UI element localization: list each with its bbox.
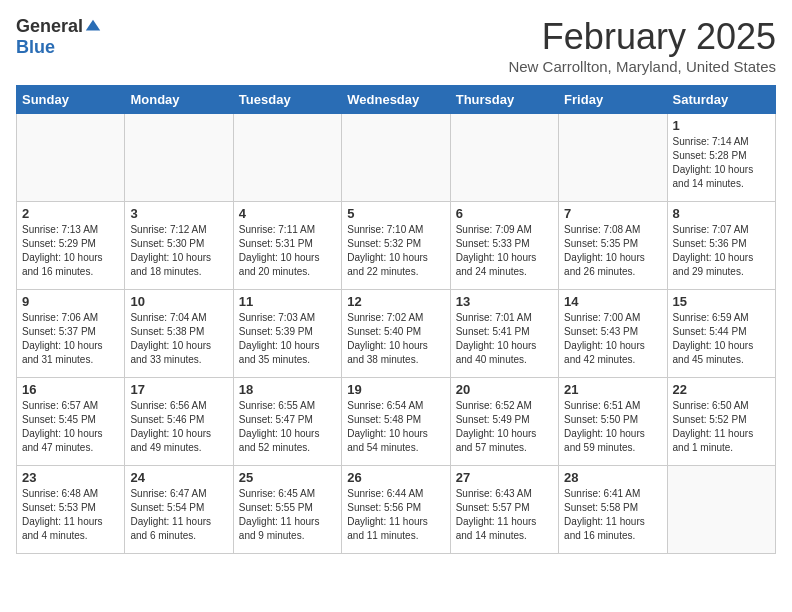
day-info: Sunrise: 7:13 AM Sunset: 5:29 PM Dayligh… — [22, 223, 119, 279]
day-number: 17 — [130, 382, 227, 397]
calendar-cell: 28Sunrise: 6:41 AM Sunset: 5:58 PM Dayli… — [559, 466, 667, 554]
calendar-cell — [125, 114, 233, 202]
calendar-cell: 22Sunrise: 6:50 AM Sunset: 5:52 PM Dayli… — [667, 378, 775, 466]
day-info: Sunrise: 7:03 AM Sunset: 5:39 PM Dayligh… — [239, 311, 336, 367]
calendar-week-row: 23Sunrise: 6:48 AM Sunset: 5:53 PM Dayli… — [17, 466, 776, 554]
calendar-cell: 4Sunrise: 7:11 AM Sunset: 5:31 PM Daylig… — [233, 202, 341, 290]
day-info: Sunrise: 6:54 AM Sunset: 5:48 PM Dayligh… — [347, 399, 444, 455]
calendar-table: SundayMondayTuesdayWednesdayThursdayFrid… — [16, 85, 776, 554]
day-info: Sunrise: 7:06 AM Sunset: 5:37 PM Dayligh… — [22, 311, 119, 367]
calendar-cell — [450, 114, 558, 202]
day-info: Sunrise: 6:57 AM Sunset: 5:45 PM Dayligh… — [22, 399, 119, 455]
day-info: Sunrise: 6:45 AM Sunset: 5:55 PM Dayligh… — [239, 487, 336, 543]
day-number: 27 — [456, 470, 553, 485]
day-info: Sunrise: 6:59 AM Sunset: 5:44 PM Dayligh… — [673, 311, 770, 367]
day-info: Sunrise: 6:47 AM Sunset: 5:54 PM Dayligh… — [130, 487, 227, 543]
day-number: 4 — [239, 206, 336, 221]
day-number: 21 — [564, 382, 661, 397]
day-number: 6 — [456, 206, 553, 221]
calendar-cell: 13Sunrise: 7:01 AM Sunset: 5:41 PM Dayli… — [450, 290, 558, 378]
month-title: February 2025 — [508, 16, 776, 58]
calendar-cell: 10Sunrise: 7:04 AM Sunset: 5:38 PM Dayli… — [125, 290, 233, 378]
day-number: 13 — [456, 294, 553, 309]
day-number: 5 — [347, 206, 444, 221]
logo-blue-text: Blue — [16, 37, 55, 57]
day-number: 16 — [22, 382, 119, 397]
calendar-cell: 3Sunrise: 7:12 AM Sunset: 5:30 PM Daylig… — [125, 202, 233, 290]
calendar-cell — [17, 114, 125, 202]
day-number: 7 — [564, 206, 661, 221]
calendar-cell: 19Sunrise: 6:54 AM Sunset: 5:48 PM Dayli… — [342, 378, 450, 466]
calendar-cell: 18Sunrise: 6:55 AM Sunset: 5:47 PM Dayli… — [233, 378, 341, 466]
calendar-cell: 2Sunrise: 7:13 AM Sunset: 5:29 PM Daylig… — [17, 202, 125, 290]
calendar-cell: 21Sunrise: 6:51 AM Sunset: 5:50 PM Dayli… — [559, 378, 667, 466]
day-number: 2 — [22, 206, 119, 221]
calendar-cell: 7Sunrise: 7:08 AM Sunset: 5:35 PM Daylig… — [559, 202, 667, 290]
calendar-cell — [342, 114, 450, 202]
day-info: Sunrise: 6:52 AM Sunset: 5:49 PM Dayligh… — [456, 399, 553, 455]
day-info: Sunrise: 7:02 AM Sunset: 5:40 PM Dayligh… — [347, 311, 444, 367]
day-of-week-header: Tuesday — [233, 86, 341, 114]
day-info: Sunrise: 7:09 AM Sunset: 5:33 PM Dayligh… — [456, 223, 553, 279]
day-of-week-header: Wednesday — [342, 86, 450, 114]
day-number: 9 — [22, 294, 119, 309]
day-info: Sunrise: 6:43 AM Sunset: 5:57 PM Dayligh… — [456, 487, 553, 543]
day-number: 24 — [130, 470, 227, 485]
calendar-cell: 24Sunrise: 6:47 AM Sunset: 5:54 PM Dayli… — [125, 466, 233, 554]
calendar-cell — [559, 114, 667, 202]
day-info: Sunrise: 7:12 AM Sunset: 5:30 PM Dayligh… — [130, 223, 227, 279]
day-number: 12 — [347, 294, 444, 309]
logo-icon — [84, 18, 102, 36]
day-number: 26 — [347, 470, 444, 485]
day-info: Sunrise: 6:44 AM Sunset: 5:56 PM Dayligh… — [347, 487, 444, 543]
day-number: 15 — [673, 294, 770, 309]
day-info: Sunrise: 7:11 AM Sunset: 5:31 PM Dayligh… — [239, 223, 336, 279]
calendar-cell: 15Sunrise: 6:59 AM Sunset: 5:44 PM Dayli… — [667, 290, 775, 378]
day-info: Sunrise: 7:01 AM Sunset: 5:41 PM Dayligh… — [456, 311, 553, 367]
page-header: General Blue February 2025 New Carrollto… — [16, 16, 776, 75]
day-number: 19 — [347, 382, 444, 397]
calendar-week-row: 16Sunrise: 6:57 AM Sunset: 5:45 PM Dayli… — [17, 378, 776, 466]
calendar-cell: 8Sunrise: 7:07 AM Sunset: 5:36 PM Daylig… — [667, 202, 775, 290]
day-of-week-header: Sunday — [17, 86, 125, 114]
day-info: Sunrise: 7:07 AM Sunset: 5:36 PM Dayligh… — [673, 223, 770, 279]
calendar-week-row: 9Sunrise: 7:06 AM Sunset: 5:37 PM Daylig… — [17, 290, 776, 378]
day-info: Sunrise: 6:51 AM Sunset: 5:50 PM Dayligh… — [564, 399, 661, 455]
svg-marker-0 — [86, 19, 100, 30]
day-number: 10 — [130, 294, 227, 309]
calendar-week-row: 2Sunrise: 7:13 AM Sunset: 5:29 PM Daylig… — [17, 202, 776, 290]
day-number: 22 — [673, 382, 770, 397]
day-of-week-header: Saturday — [667, 86, 775, 114]
day-number: 25 — [239, 470, 336, 485]
day-info: Sunrise: 6:56 AM Sunset: 5:46 PM Dayligh… — [130, 399, 227, 455]
calendar-cell — [233, 114, 341, 202]
day-info: Sunrise: 6:41 AM Sunset: 5:58 PM Dayligh… — [564, 487, 661, 543]
day-info: Sunrise: 6:48 AM Sunset: 5:53 PM Dayligh… — [22, 487, 119, 543]
day-number: 23 — [22, 470, 119, 485]
calendar-cell: 5Sunrise: 7:10 AM Sunset: 5:32 PM Daylig… — [342, 202, 450, 290]
logo-general-text: General — [16, 16, 83, 37]
calendar-cell: 9Sunrise: 7:06 AM Sunset: 5:37 PM Daylig… — [17, 290, 125, 378]
calendar-cell: 27Sunrise: 6:43 AM Sunset: 5:57 PM Dayli… — [450, 466, 558, 554]
calendar-cell: 16Sunrise: 6:57 AM Sunset: 5:45 PM Dayli… — [17, 378, 125, 466]
day-info: Sunrise: 7:10 AM Sunset: 5:32 PM Dayligh… — [347, 223, 444, 279]
calendar-cell: 23Sunrise: 6:48 AM Sunset: 5:53 PM Dayli… — [17, 466, 125, 554]
calendar-cell: 20Sunrise: 6:52 AM Sunset: 5:49 PM Dayli… — [450, 378, 558, 466]
day-number: 11 — [239, 294, 336, 309]
day-info: Sunrise: 6:55 AM Sunset: 5:47 PM Dayligh… — [239, 399, 336, 455]
title-block: February 2025 New Carrollton, Maryland, … — [508, 16, 776, 75]
location-title: New Carrollton, Maryland, United States — [508, 58, 776, 75]
calendar-cell: 11Sunrise: 7:03 AM Sunset: 5:39 PM Dayli… — [233, 290, 341, 378]
day-info: Sunrise: 7:00 AM Sunset: 5:43 PM Dayligh… — [564, 311, 661, 367]
day-number: 18 — [239, 382, 336, 397]
day-of-week-header: Monday — [125, 86, 233, 114]
day-info: Sunrise: 7:08 AM Sunset: 5:35 PM Dayligh… — [564, 223, 661, 279]
day-number: 20 — [456, 382, 553, 397]
calendar-header-row: SundayMondayTuesdayWednesdayThursdayFrid… — [17, 86, 776, 114]
day-info: Sunrise: 6:50 AM Sunset: 5:52 PM Dayligh… — [673, 399, 770, 455]
calendar-cell: 26Sunrise: 6:44 AM Sunset: 5:56 PM Dayli… — [342, 466, 450, 554]
day-info: Sunrise: 7:04 AM Sunset: 5:38 PM Dayligh… — [130, 311, 227, 367]
day-number: 8 — [673, 206, 770, 221]
calendar-cell: 1Sunrise: 7:14 AM Sunset: 5:28 PM Daylig… — [667, 114, 775, 202]
day-number: 28 — [564, 470, 661, 485]
